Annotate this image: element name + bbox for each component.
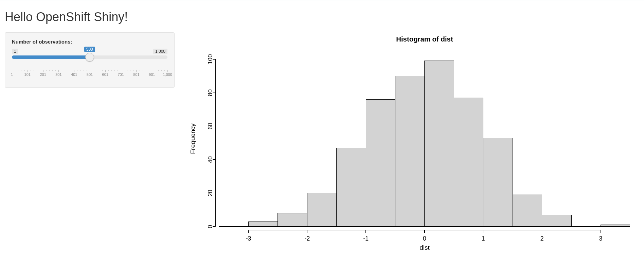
slider-tick-label: 701 [118,72,124,77]
svg-text:Frequency: Frequency [189,123,196,154]
svg-text:-3: -3 [246,235,251,242]
slider-tick-label: 101 [24,72,31,77]
svg-text:100: 100 [207,54,214,64]
sidebar-panel: Number of observations: 1 1,000 500 1101… [5,32,175,88]
svg-text:1: 1 [482,235,485,242]
slider-tick-label: 901 [149,72,155,77]
histogram-plot: Histogram of dist-3-2-10123dist020406080… [187,32,639,254]
slider-tick-label: 401 [71,72,77,77]
slider-well: Number of observations: 1 1,000 500 1101… [5,32,175,88]
slider-tick-label: 601 [102,72,108,77]
slider-value-badge: 500 [84,47,95,52]
slider-tick-label: 201 [40,72,46,77]
svg-rect-11 [513,195,542,226]
svg-rect-9 [454,98,483,227]
main-panel: Histogram of dist-3-2-10123dist020406080… [175,32,639,262]
svg-rect-13 [601,225,630,227]
slider-label: Number of observations: [12,39,167,45]
svg-text:-2: -2 [305,235,310,242]
slider-tick-label: 801 [133,72,139,77]
slider-ticks: 11012013014015016017018019011,000 [12,70,167,79]
slider-tick-label: 1 [11,72,13,77]
slider-tick-label: 1,000 [163,72,172,77]
svg-rect-7 [395,76,425,227]
svg-text:3: 3 [599,235,602,242]
slider-max-label: 1,000 [153,49,167,54]
svg-rect-8 [425,61,454,227]
svg-rect-10 [483,138,513,227]
slider-tick-label: 501 [87,72,93,77]
svg-rect-6 [366,99,395,227]
svg-rect-4 [307,193,336,226]
slider-min-label: 1 [12,49,18,54]
svg-text:0: 0 [423,235,426,242]
slider[interactable]: 500 [12,55,167,67]
svg-text:Histogram of dist: Histogram of dist [396,35,453,43]
svg-text:dist: dist [419,244,430,251]
svg-text:20: 20 [207,190,214,196]
svg-rect-3 [278,213,307,227]
svg-text:0: 0 [207,225,214,228]
svg-text:60: 60 [207,123,214,130]
svg-rect-2 [249,222,278,227]
svg-rect-5 [337,148,366,227]
slider-tick-label: 301 [55,72,61,77]
page-title: Hello OpenShift Shiny! [5,10,639,24]
svg-rect-12 [542,215,571,226]
svg-text:-1: -1 [363,235,369,242]
slider-track[interactable] [12,55,167,59]
svg-text:2: 2 [540,235,544,242]
svg-text:80: 80 [207,89,214,96]
slider-fill [12,55,90,59]
slider-handle[interactable] [85,53,94,62]
svg-text:40: 40 [207,156,214,163]
